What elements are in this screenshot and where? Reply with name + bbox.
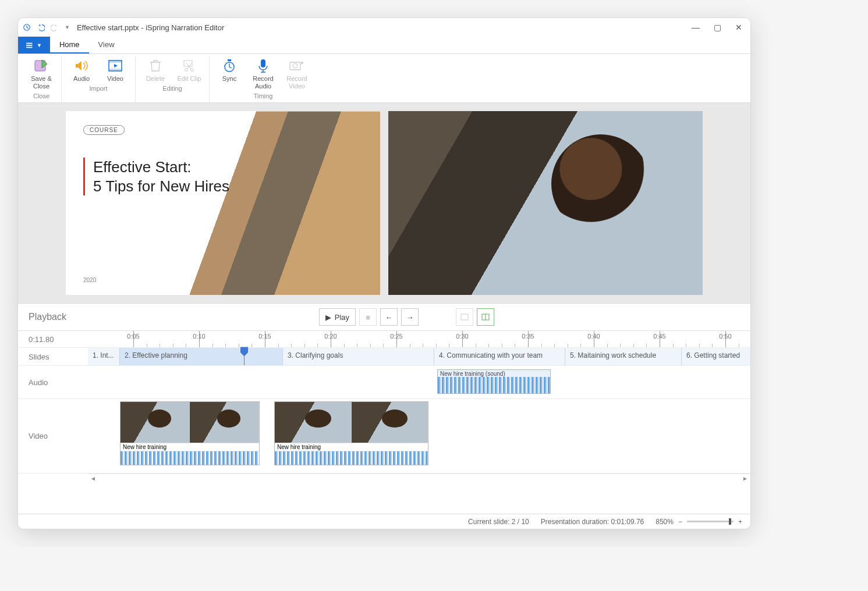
waveform xyxy=(275,451,428,465)
scissors-icon xyxy=(183,58,196,74)
stop-icon: ■ xyxy=(366,313,370,322)
save-close-button[interactable]: Save & Close xyxy=(27,58,55,90)
view-mode-2-button[interactable] xyxy=(477,308,494,326)
svg-rect-7 xyxy=(109,69,122,71)
video-track[interactable]: New hire trainingNew hire training xyxy=(88,399,750,469)
svg-rect-1 xyxy=(26,42,33,44)
playhead-time: 0:11.80 xyxy=(18,331,88,347)
svg-rect-2 xyxy=(26,45,33,46)
edit-clip-button: Edit Clip xyxy=(175,58,203,83)
time-ruler[interactable]: 0:050:100:150:200:250:300:350:400:450:50 xyxy=(88,331,750,347)
slide-block-4[interactable]: 4. Communicating with your team xyxy=(434,348,565,365)
group-timing-label: Timing xyxy=(254,92,273,101)
video-clip-label: New hire training xyxy=(275,443,428,451)
zoom-in-button[interactable]: + xyxy=(738,518,742,526)
audio-track[interactable]: New hire training (sound) xyxy=(88,366,750,398)
slide-block-1[interactable]: 1. Int... xyxy=(88,348,120,365)
zoom-control[interactable]: 850% − + xyxy=(656,518,742,526)
undo-icon[interactable] xyxy=(37,23,45,31)
close-button[interactable]: ✕ xyxy=(735,23,742,32)
svg-rect-6 xyxy=(109,60,122,63)
stop-button: ■ xyxy=(359,308,377,326)
slide-block-2[interactable]: 2. Effective planning xyxy=(120,348,283,365)
qat-dropdown-icon[interactable]: ▼ xyxy=(65,24,70,30)
narrator-video-preview[interactable] xyxy=(388,111,703,295)
video-clip-label: New hire training xyxy=(121,443,259,451)
svg-rect-13 xyxy=(261,59,265,67)
audio-clip[interactable]: New hire training (sound) xyxy=(437,369,551,394)
video-thumb xyxy=(352,402,428,443)
scroll-left-icon[interactable]: ◄ xyxy=(90,475,96,482)
ribbon-tabs: ▼ Home View xyxy=(18,37,750,54)
stopwatch-icon xyxy=(223,58,236,74)
scroll-right-icon[interactable]: ► xyxy=(742,475,748,482)
arrow-left-icon: ← xyxy=(385,313,393,322)
slide-title: Effective Start: 5 Tips for New Hires xyxy=(93,158,229,195)
playback-label: Playback xyxy=(29,312,66,322)
timeline-scrollbar[interactable]: ◄ ► xyxy=(88,473,750,484)
prev-slide-button[interactable]: ← xyxy=(380,308,398,326)
record-audio-button[interactable]: Record Audio xyxy=(249,58,277,90)
tab-home[interactable]: Home xyxy=(50,37,89,54)
minimize-button[interactable]: — xyxy=(692,23,700,32)
zoom-slider[interactable] xyxy=(687,521,734,522)
play-icon: ▶ xyxy=(325,313,331,322)
preview-area: COURSE Effective Start: 5 Tips for New H… xyxy=(18,103,750,303)
trash-icon xyxy=(150,58,161,74)
status-bar: Current slide: 2 / 10 Presentation durat… xyxy=(18,514,750,529)
waveform xyxy=(438,377,550,393)
record-video-button: Record Video xyxy=(283,58,311,90)
window-title: Effective start.pptx - iSpring Narration… xyxy=(77,23,692,32)
group-import-label: Import xyxy=(89,85,107,94)
course-badge: COURSE xyxy=(83,125,125,135)
maximize-button[interactable]: ▢ xyxy=(714,23,721,32)
app-window: ▼ Effective start.pptx - iSpring Narrati… xyxy=(17,17,751,529)
play-button[interactable]: ▶Play xyxy=(319,308,356,326)
video-thumb xyxy=(190,402,259,443)
slide-block-3[interactable]: 3. Clarifying goals xyxy=(283,348,434,365)
svg-point-10 xyxy=(191,69,194,72)
group-editing-label: Editing xyxy=(162,85,182,94)
speaker-icon xyxy=(75,58,88,74)
video-clip-1[interactable]: New hire training xyxy=(120,401,260,465)
video-clip-2[interactable]: New hire training xyxy=(274,401,428,465)
split-view-icon xyxy=(481,314,490,321)
svg-point-16 xyxy=(301,62,303,64)
slides-track[interactable]: 1. Int...2. Effective planning3. Clarify… xyxy=(88,348,750,365)
slide-photo-placeholder xyxy=(182,111,380,295)
video-thumb xyxy=(275,402,352,443)
duration-status: Presentation duration: 0:01:09.76 xyxy=(541,518,644,526)
current-slide-status: Current slide: 2 / 10 xyxy=(468,518,529,526)
slide-preview[interactable]: COURSE Effective Start: 5 Tips for New H… xyxy=(66,111,380,295)
delete-button: Delete xyxy=(141,58,169,83)
import-video-button[interactable]: Video xyxy=(101,58,129,83)
zoom-value: 850% xyxy=(656,518,674,526)
svg-point-9 xyxy=(185,69,188,72)
next-slide-button[interactable]: → xyxy=(401,308,419,326)
sync-button[interactable]: Sync xyxy=(215,58,243,90)
arrow-right-icon: → xyxy=(406,313,414,322)
waveform xyxy=(121,451,259,465)
qat-clock-icon[interactable] xyxy=(23,23,31,31)
import-audio-button[interactable]: Audio xyxy=(68,58,95,83)
slide-view-icon xyxy=(460,314,469,321)
camera-icon xyxy=(289,58,304,74)
svg-rect-12 xyxy=(228,59,231,61)
file-tab[interactable]: ▼ xyxy=(18,37,50,54)
microphone-icon xyxy=(258,58,268,74)
view-mode-1-button xyxy=(456,308,473,326)
audio-row-label: Audio xyxy=(18,366,88,398)
slide-block-6[interactable]: 6. Getting started xyxy=(682,348,750,365)
audio-clip-label: New hire training (sound) xyxy=(440,371,505,377)
group-close-label: Close xyxy=(33,92,49,101)
video-row-label: Video xyxy=(18,399,88,473)
timeline: 0:11.80 0:050:100:150:200:250:300:350:40… xyxy=(18,330,750,514)
zoom-out-button[interactable]: − xyxy=(678,518,682,526)
svg-rect-3 xyxy=(26,47,33,48)
slides-row-label: Slides xyxy=(18,348,88,365)
slide-block-5[interactable]: 5. Maitaining work schedule xyxy=(565,348,682,365)
tab-view[interactable]: View xyxy=(89,37,124,54)
title-bar: ▼ Effective start.pptx - iSpring Narrati… xyxy=(18,18,750,37)
redo-icon[interactable] xyxy=(51,23,59,31)
svg-rect-17 xyxy=(461,314,468,320)
